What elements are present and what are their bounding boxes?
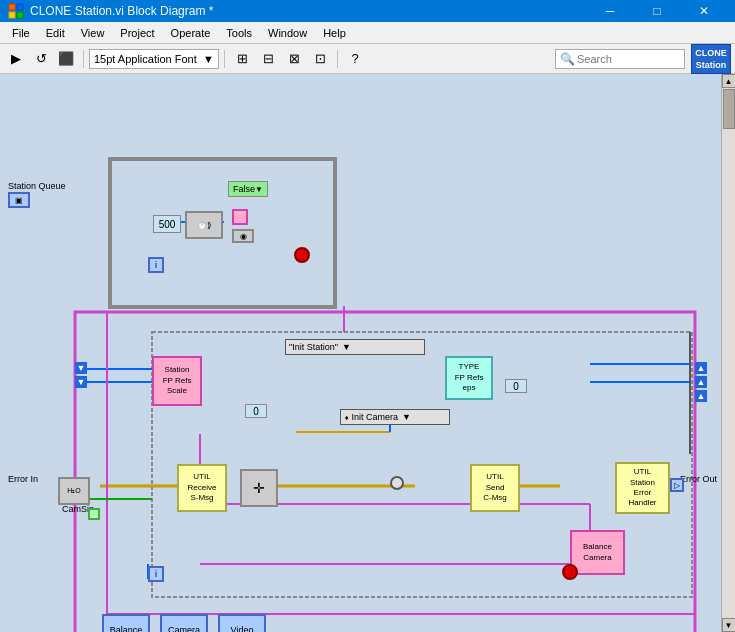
search-icon: 🔍 xyxy=(560,52,575,66)
menu-tools[interactable]: Tools xyxy=(218,22,260,43)
align-button[interactable]: ⊞ xyxy=(230,48,254,70)
type-fp-refs-block: TYPE FP Refs eps xyxy=(445,356,493,400)
i-indicator-1: i xyxy=(148,257,164,273)
scrollbar-vertical[interactable]: ▲ ▼ xyxy=(721,74,735,632)
stop-button-2 xyxy=(562,564,578,580)
distribute-button[interactable]: ⊟ xyxy=(256,48,280,70)
camsin-terminal xyxy=(88,508,100,520)
search-box[interactable]: 🔍 xyxy=(555,49,685,69)
station-badge-line1: CLONE xyxy=(693,47,729,59)
abort-button[interactable]: ⬛ xyxy=(54,48,78,70)
balance-block: Balance xyxy=(102,614,150,632)
menu-edit[interactable]: Edit xyxy=(38,22,73,43)
station-queue-label: Station Queue xyxy=(8,181,66,191)
station-fp-refs-block: Station FP Refs Scale xyxy=(152,356,202,406)
merge-block: ✛ xyxy=(240,469,278,507)
init-camera-selector[interactable]: ⬧ Init Camera ▼ xyxy=(340,409,450,425)
toolbar-sep-2 xyxy=(224,50,225,68)
close-button[interactable]: ✕ xyxy=(681,0,727,22)
toolbar: ▶ ↺ ⬛ 15pt Application Font ▼ ⊞ ⊟ ⊠ ⊡ ? … xyxy=(0,44,735,74)
scroll-up-button[interactable]: ▲ xyxy=(722,74,736,88)
menu-file[interactable]: File xyxy=(4,22,38,43)
menu-operate[interactable]: Operate xyxy=(163,22,219,43)
main-area: Station Queue ▣ False ▼ 500 ⏱️⟫ ◉ i "Ini… xyxy=(0,74,735,632)
help-context-button[interactable]: ? xyxy=(343,48,367,70)
right-arrow-3: ▲ xyxy=(695,390,707,402)
junction-1 xyxy=(390,476,404,490)
resize-button[interactable]: ⊠ xyxy=(282,48,306,70)
font-dropdown[interactable]: 15pt Application Font ▼ xyxy=(89,49,219,69)
right-arrow-2: ▲ xyxy=(695,376,707,388)
scroll-track-v[interactable] xyxy=(722,88,735,618)
pink-term-1 xyxy=(232,209,248,225)
menu-bar: File Edit View Project Operate Tools Win… xyxy=(0,22,735,44)
station-badge: CLONE Station xyxy=(691,44,731,74)
init-station-selector[interactable]: "Init Station" ▼ xyxy=(285,339,425,355)
search-input[interactable] xyxy=(577,53,667,65)
left-arrow-1: ▼ xyxy=(75,362,87,374)
font-arrow: ▼ xyxy=(203,53,214,65)
window-title: CLONE Station.vi Block Diagram * xyxy=(30,4,587,18)
menu-window[interactable]: Window xyxy=(260,22,315,43)
toolbar-sep-1 xyxy=(83,50,84,68)
error-in-label: Error In xyxy=(8,474,38,484)
video-block: Video xyxy=(218,614,266,632)
title-bar: CLONE Station.vi Block Diagram * ─ □ ✕ xyxy=(0,0,735,22)
false-constant: False ▼ xyxy=(228,181,268,197)
scroll-thumb-v[interactable] xyxy=(723,89,735,129)
order-button[interactable]: ⊡ xyxy=(308,48,332,70)
window-controls[interactable]: ─ □ ✕ xyxy=(587,0,727,22)
error-in-block: H₂O xyxy=(58,477,90,505)
scroll-down-button[interactable]: ▼ xyxy=(722,618,736,632)
wait-block: ⏱️⟫ xyxy=(185,211,223,239)
balance-camera-block: Balance Camera xyxy=(570,530,625,575)
error-out-terminal: ▷ xyxy=(670,478,684,492)
util-station-error-block: UTIL Station Error Handler xyxy=(615,462,670,514)
num-0-1: 0 xyxy=(245,404,267,418)
maximize-button[interactable]: □ xyxy=(634,0,680,22)
error-out-label: Error Out xyxy=(680,474,717,484)
stop-button-1 xyxy=(294,247,310,263)
util-receive-block: UTIL Receive S-Msg xyxy=(177,464,227,512)
app-icon xyxy=(8,3,24,19)
menu-help[interactable]: Help xyxy=(315,22,354,43)
menu-view[interactable]: View xyxy=(73,22,113,43)
i-indicator-2: i xyxy=(148,566,164,582)
svg-rect-1 xyxy=(17,4,23,10)
right-arrow-1: ▲ xyxy=(695,362,707,374)
menu-project[interactable]: Project xyxy=(112,22,162,43)
camera-block: Camera xyxy=(160,614,208,632)
util-send-block: UTIL Send C-Msg xyxy=(470,464,520,512)
font-label: 15pt Application Font xyxy=(94,53,197,65)
svg-rect-3 xyxy=(17,12,23,18)
station-queue-terminal: ▣ xyxy=(8,192,30,208)
toolbar-left: ▶ ↺ ⬛ xyxy=(4,48,78,70)
num-0-2: 0 xyxy=(505,379,527,393)
minimize-button[interactable]: ─ xyxy=(587,0,633,22)
svg-rect-0 xyxy=(9,4,15,10)
toolbar-sep-3 xyxy=(337,50,338,68)
station-badge-line2: Station xyxy=(693,59,729,71)
run-button[interactable]: ▶ xyxy=(4,48,28,70)
left-arrow-2: ▼ xyxy=(75,376,87,388)
run-continuous-button[interactable]: ↺ xyxy=(29,48,53,70)
gray-term-1: ◉ xyxy=(232,229,254,243)
num-500: 500 xyxy=(153,215,181,233)
diagram-canvas[interactable]: Station Queue ▣ False ▼ 500 ⏱️⟫ ◉ i "Ini… xyxy=(0,74,721,632)
svg-rect-2 xyxy=(9,12,15,18)
